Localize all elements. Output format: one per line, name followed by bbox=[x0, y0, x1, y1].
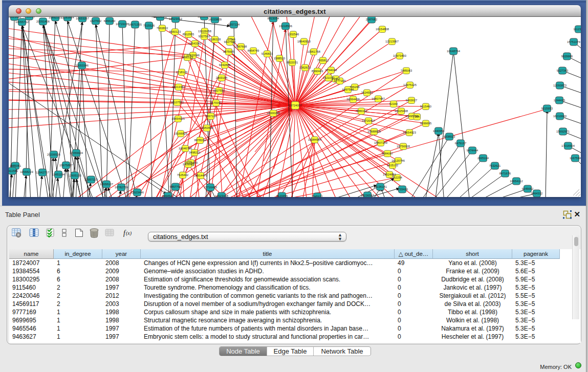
svg-text:8427552: 8427552 bbox=[213, 89, 225, 92]
svg-text:13226058: 13226058 bbox=[198, 30, 211, 33]
svg-text:12942757: 12942757 bbox=[36, 171, 49, 174]
svg-text:12905135: 12905135 bbox=[68, 174, 81, 177]
svg-text:10046756: 10046756 bbox=[179, 147, 192, 150]
svg-text:954: 954 bbox=[415, 115, 420, 118]
svg-text:8822031: 8822031 bbox=[287, 61, 298, 64]
svg-text:6497568: 6497568 bbox=[342, 88, 354, 91]
svg-text:7515526: 7515526 bbox=[143, 24, 155, 27]
svg-text:252254: 252254 bbox=[392, 176, 402, 179]
svg-text:10973493: 10973493 bbox=[393, 54, 406, 57]
svg-text:9215953: 9215953 bbox=[541, 107, 553, 110]
svg-text:9245652: 9245652 bbox=[522, 187, 534, 190]
svg-text:9857791: 9857791 bbox=[170, 185, 182, 188]
svg-text:10648764: 10648764 bbox=[447, 50, 461, 53]
svg-text:18724007: 18724007 bbox=[289, 104, 302, 107]
svg-text:17957223: 17957223 bbox=[84, 178, 98, 181]
svg-text:8660123: 8660123 bbox=[169, 30, 181, 33]
svg-text:20206526: 20206526 bbox=[47, 153, 60, 156]
svg-text:16107552: 16107552 bbox=[170, 101, 184, 104]
svg-text:8912955: 8912955 bbox=[183, 33, 194, 36]
svg-text:1588520: 1588520 bbox=[274, 57, 286, 60]
svg-text:7955812: 7955812 bbox=[317, 59, 329, 62]
svg-text:19218506: 19218506 bbox=[279, 25, 292, 28]
svg-text:62160: 62160 bbox=[389, 102, 398, 105]
svg-text:15716485: 15716485 bbox=[204, 186, 217, 189]
svg-text:8471676: 8471676 bbox=[499, 172, 511, 175]
svg-text:19975867: 19975867 bbox=[59, 164, 73, 167]
svg-text:7485063: 7485063 bbox=[401, 69, 412, 72]
svg-text:17359924: 17359924 bbox=[70, 151, 83, 155]
svg-text:3498222: 3498222 bbox=[189, 151, 201, 154]
svg-text:16914479: 16914479 bbox=[194, 174, 207, 177]
svg-text:9084067: 9084067 bbox=[382, 152, 394, 155]
svg-text:6794028: 6794028 bbox=[325, 69, 337, 72]
svg-text:3911541: 3911541 bbox=[9, 169, 18, 172]
svg-text:14136141: 14136141 bbox=[374, 185, 387, 188]
svg-text:16823440: 16823440 bbox=[9, 17, 21, 18]
svg-text:9227343: 9227343 bbox=[557, 69, 569, 72]
svg-text:18807249: 18807249 bbox=[374, 141, 387, 144]
svg-text:1112345: 1112345 bbox=[573, 28, 581, 31]
svg-text:2087682: 2087682 bbox=[366, 18, 378, 21]
svg-text:9464312: 9464312 bbox=[531, 192, 543, 195]
svg-text:11283664: 11283664 bbox=[61, 17, 74, 19]
svg-text:2803144: 2803144 bbox=[216, 76, 228, 79]
svg-text:16671355: 16671355 bbox=[128, 23, 142, 26]
svg-text:18640910: 18640910 bbox=[297, 40, 311, 43]
svg-text:1167534: 1167534 bbox=[570, 157, 581, 160]
svg-text:9327503: 9327503 bbox=[199, 35, 210, 38]
svg-text:19654923: 19654923 bbox=[403, 131, 416, 134]
svg-text:7886322: 7886322 bbox=[356, 110, 367, 113]
svg-text:9777169: 9777169 bbox=[334, 79, 346, 82]
svg-text:12213363: 12213363 bbox=[172, 85, 185, 89]
svg-text:7663822: 7663822 bbox=[157, 27, 168, 30]
svg-text:15384554: 15384554 bbox=[308, 138, 322, 141]
svg-text:16154808: 16154808 bbox=[376, 28, 389, 31]
svg-text:20364436: 20364436 bbox=[346, 98, 360, 101]
svg-text:10892310: 10892310 bbox=[49, 17, 62, 19]
svg-text:3267110: 3267110 bbox=[205, 115, 216, 118]
svg-text:12213967: 12213967 bbox=[385, 40, 399, 43]
svg-text:15720407: 15720407 bbox=[362, 119, 375, 122]
svg-text:8878334: 8878334 bbox=[194, 139, 206, 142]
svg-text:9890123: 9890123 bbox=[182, 56, 193, 59]
svg-text:12093873: 12093873 bbox=[553, 84, 567, 87]
svg-text:10688609: 10688609 bbox=[367, 130, 381, 133]
svg-text:7345621: 7345621 bbox=[312, 195, 323, 197]
svg-text:8170041: 8170041 bbox=[210, 101, 222, 104]
svg-text:7625402: 7625402 bbox=[177, 173, 189, 177]
svg-text:10236547: 10236547 bbox=[361, 194, 374, 197]
svg-text:16782759: 16782759 bbox=[115, 186, 128, 189]
svg-text:14055712: 14055712 bbox=[15, 20, 29, 24]
svg-text:2967608: 2967608 bbox=[235, 45, 247, 48]
svg-text:9242848: 9242848 bbox=[219, 63, 231, 67]
svg-text:1409945: 1409945 bbox=[183, 163, 194, 166]
svg-text:15692971: 15692971 bbox=[556, 130, 570, 133]
svg-text:1733426: 1733426 bbox=[397, 188, 408, 191]
svg-text:16033809: 16033809 bbox=[208, 18, 222, 21]
svg-text:6479197: 6479197 bbox=[455, 142, 467, 145]
svg-text:9463627: 9463627 bbox=[406, 99, 418, 102]
svg-text:18384572: 18384572 bbox=[154, 17, 167, 18]
svg-text:9464523: 9464523 bbox=[162, 194, 174, 197]
svg-text:1527602: 1527602 bbox=[90, 19, 102, 23]
svg-text:9699695: 9699695 bbox=[420, 122, 432, 125]
svg-text:19166825: 19166825 bbox=[174, 132, 187, 135]
svg-text:17016504: 17016504 bbox=[561, 144, 575, 147]
svg-text:9329966: 9329966 bbox=[561, 55, 573, 58]
svg-text:1362615: 1362615 bbox=[299, 66, 311, 69]
svg-text:10543362: 10543362 bbox=[188, 42, 202, 45]
svg-text:9146821: 9146821 bbox=[262, 52, 273, 55]
svg-text:1244415: 1244415 bbox=[554, 99, 565, 102]
svg-text:1615132: 1615132 bbox=[387, 164, 399, 167]
svg-text:3624554: 3624554 bbox=[361, 91, 373, 94]
svg-text:10653267: 10653267 bbox=[76, 17, 89, 20]
svg-text:8186328: 8186328 bbox=[209, 38, 221, 41]
svg-text:9327508: 9327508 bbox=[224, 40, 236, 43]
svg-text:19654925: 19654925 bbox=[171, 117, 185, 120]
svg-text:12975125: 12975125 bbox=[403, 83, 417, 86]
svg-text:1485061: 1485061 bbox=[10, 164, 21, 167]
svg-text:1332546: 1332546 bbox=[288, 33, 299, 36]
svg-text:1640954: 1640954 bbox=[433, 129, 445, 133]
svg-text:8123456: 8123456 bbox=[276, 194, 288, 197]
